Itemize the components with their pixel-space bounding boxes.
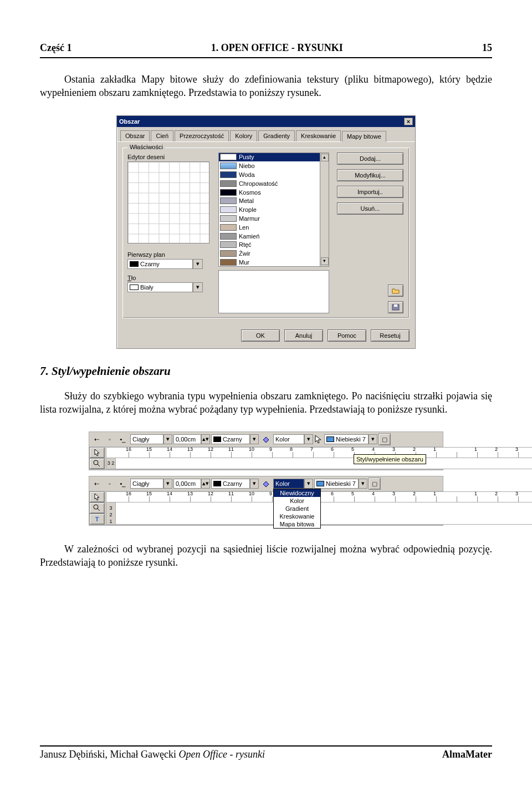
- fill-style-combo[interactable]: Kolor ▾ Niewidoczny Kolor Gradient Kresk…: [273, 479, 313, 489]
- line-color-combo[interactable]: Czarny▾: [211, 434, 259, 444]
- ok-button[interactable]: OK: [241, 329, 280, 342]
- tab-obszar[interactable]: Obszar: [120, 130, 150, 141]
- pattern-editor-label: Edytor deseni: [127, 154, 211, 160]
- list-item[interactable]: Żwir: [219, 249, 329, 258]
- list-item[interactable]: Metal: [219, 197, 329, 206]
- spinner-icon[interactable]: ▴▾: [201, 434, 210, 444]
- modify-button[interactable]: Modyfikuj...: [337, 169, 403, 181]
- texture-preview: [218, 270, 329, 313]
- svg-rect-1: [394, 304, 397, 307]
- svg-point-4: [94, 505, 98, 509]
- cancel-button[interactable]: Anuluj: [284, 329, 323, 342]
- delete-button[interactable]: Usuń...: [337, 202, 403, 215]
- arrow-left-icon[interactable]: ⇠: [90, 478, 103, 490]
- tab-kreskowanie[interactable]: Kreskowanie: [296, 130, 341, 141]
- chevron-down-icon[interactable]: ▾: [359, 479, 367, 489]
- list-item[interactable]: Pusty: [219, 153, 329, 162]
- foreground-combo[interactable]: Czarny ▾: [127, 259, 211, 269]
- dropdown-item[interactable]: Kolor: [274, 497, 320, 505]
- list-item[interactable]: Len: [219, 223, 329, 232]
- scrollbar[interactable]: ▴ ▾: [320, 153, 329, 266]
- chevron-down-icon[interactable]: ▾: [369, 434, 377, 444]
- chevron-down-icon[interactable]: ▾: [163, 434, 172, 444]
- scroll-up-icon[interactable]: ▴: [321, 154, 329, 161]
- line-width-combo[interactable]: 0,00cm▴▾: [173, 434, 210, 444]
- fill-color-combo[interactable]: Niebieski 7▾: [324, 434, 377, 444]
- zoom-tool-icon[interactable]: [89, 502, 105, 514]
- tab-mapy-bitowe[interactable]: Mapy bitowe: [342, 131, 386, 142]
- background-value: Biały: [140, 284, 154, 291]
- header-right: 15: [482, 42, 492, 54]
- chevron-down-icon[interactable]: ▾: [250, 434, 259, 444]
- dropdown-item[interactable]: Kreskowanie: [274, 512, 320, 520]
- line-endcap-icon[interactable]: ◦: [104, 478, 116, 490]
- line-style-combo[interactable]: Ciągły▾: [130, 434, 172, 444]
- scroll-down-icon[interactable]: ▾: [321, 257, 329, 265]
- paragraph-2: Służy do szybkiego wybrania typu wypełni…: [40, 389, 492, 417]
- tab-cien[interactable]: Cień: [151, 130, 173, 141]
- vertical-ruler-segment: 3 2: [106, 458, 116, 469]
- texture-listbox[interactable]: Pusty Niebo Woda Chropowatość Kosmos Met…: [218, 153, 329, 267]
- bucket-icon[interactable]: [260, 478, 272, 490]
- list-item[interactable]: Marmur: [219, 214, 329, 223]
- list-item[interactable]: Krople: [219, 205, 329, 214]
- line-icon-start[interactable]: •⎯: [117, 478, 129, 490]
- add-button[interactable]: Dodaj...: [337, 153, 403, 165]
- fill-color-combo[interactable]: Niebieski 7▾: [314, 479, 367, 489]
- chevron-down-icon[interactable]: ▾: [163, 479, 172, 489]
- pointer-tool-icon[interactable]: [89, 447, 105, 458]
- chevron-down-icon[interactable]: ▾: [304, 479, 313, 489]
- fill-style-combo[interactable]: Kolor▾: [273, 434, 313, 444]
- reset-button[interactable]: Resetuj: [371, 329, 410, 342]
- list-item[interactable]: Chropowatość: [219, 179, 329, 188]
- foreground-value: Czarny: [140, 261, 160, 267]
- dropdown-item[interactable]: Niewidoczny: [274, 489, 320, 497]
- background-combo[interactable]: Biały ▾: [127, 282, 211, 292]
- spinner-icon[interactable]: ▴▾: [201, 479, 210, 489]
- help-button[interactable]: Pomoc: [328, 329, 366, 342]
- zoom-tool-icon[interactable]: [89, 458, 105, 469]
- paragraph-3: W zależności od wybranej pozycji na sąsi…: [40, 542, 492, 570]
- dropdown-item[interactable]: Mapa bitowa: [274, 520, 320, 528]
- chevron-down-icon[interactable]: ▾: [304, 434, 313, 444]
- svg-point-2: [94, 460, 98, 465]
- list-item[interactable]: Rtęć: [219, 241, 329, 250]
- line-endcap-icon[interactable]: ◦: [104, 433, 116, 445]
- dropdown-item[interactable]: Gradient: [274, 505, 320, 512]
- list-item[interactable]: Woda: [219, 170, 329, 179]
- line-icon-start[interactable]: •⎯: [117, 433, 129, 445]
- dialog-footer-buttons: OK Anuluj Pomoc Resetuj: [117, 324, 415, 348]
- line-width-combo[interactable]: 0,00cm▴▾: [173, 479, 210, 489]
- svg-line-3: [98, 464, 100, 466]
- save-floppy-icon[interactable]: [388, 301, 403, 313]
- list-item[interactable]: Kamień: [219, 232, 329, 241]
- list-item[interactable]: Mur: [219, 258, 329, 266]
- fill-style-dropdown[interactable]: Niewidoczny Kolor Gradient Kreskowanie M…: [273, 489, 321, 529]
- tab-przezroczystosc[interactable]: Przezroczystość: [175, 130, 229, 141]
- bucket-icon[interactable]: [260, 433, 272, 445]
- vertical-ruler-segment: 321: [106, 502, 116, 525]
- open-folder-icon[interactable]: [388, 285, 403, 297]
- close-icon[interactable]: ×: [404, 118, 413, 125]
- tab-gradienty[interactable]: Gradienty: [258, 130, 295, 141]
- toolbar-screenshot-1: ⇠ ◦ •⎯ Ciągły▾ 0,00cm▴▾ Czarny▾ Kolor▾ N…: [89, 431, 443, 470]
- pointer-tool-icon[interactable]: [89, 491, 105, 502]
- horizontal-ruler: 1615141312111098765432112345678910111213…: [106, 447, 532, 458]
- text-tool-icon[interactable]: T: [89, 514, 105, 525]
- chevron-down-icon[interactable]: ▾: [193, 259, 203, 269]
- chevron-down-icon[interactable]: ▾: [250, 479, 259, 489]
- list-item[interactable]: Kosmos: [219, 188, 329, 197]
- shadow-icon[interactable]: ▢: [378, 433, 391, 445]
- list-item[interactable]: Niebo: [219, 161, 329, 170]
- line-color-combo[interactable]: Czarny▾: [211, 479, 259, 489]
- properties-fieldset: Właściwości Edytor deseni Pierwszy plan …: [122, 148, 410, 318]
- arrow-left-icon[interactable]: ⇠: [90, 433, 103, 445]
- fieldset-legend: Właściwości: [127, 144, 165, 150]
- chevron-down-icon[interactable]: ▾: [193, 282, 203, 292]
- line-style-combo[interactable]: Ciągły▾: [130, 479, 172, 489]
- pattern-editor-grid[interactable]: [127, 161, 209, 243]
- shadow-icon[interactable]: ▢: [369, 478, 381, 490]
- dialog-titlebar[interactable]: Obszar ×: [117, 116, 415, 127]
- import-button[interactable]: Importuj..: [337, 186, 403, 198]
- tab-kolory[interactable]: Kolory: [230, 130, 257, 141]
